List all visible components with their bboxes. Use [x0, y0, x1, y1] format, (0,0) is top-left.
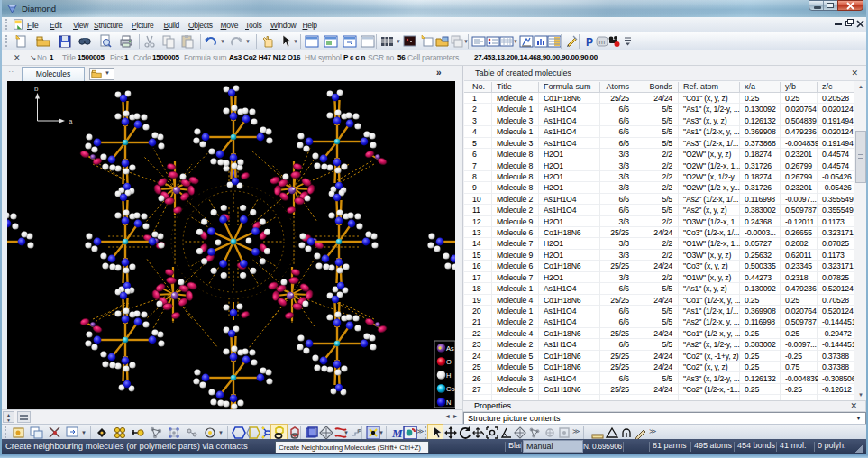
svg-text:Co: Co [446, 385, 455, 393]
svg-text:P: P [586, 36, 593, 49]
svg-text:As: As [446, 344, 454, 353]
svg-text:M: M [391, 426, 403, 440]
svg-text:m: m [599, 38, 606, 46]
svg-text:b: b [34, 85, 39, 93]
svg-text:a: a [69, 117, 73, 125]
svg-text:N: N [446, 398, 451, 407]
svg-text:H: H [446, 371, 451, 380]
svg-text:O: O [446, 358, 452, 366]
